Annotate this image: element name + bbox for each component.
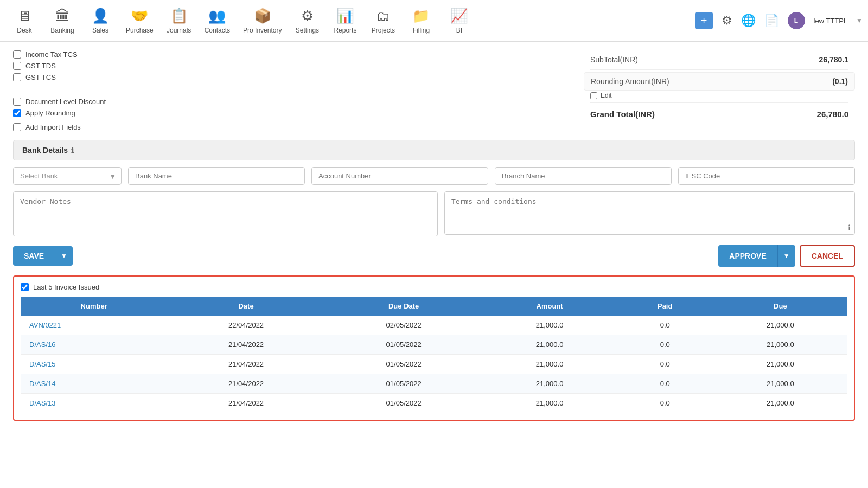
invoice-header-row: Last 5 Invoice Issued [21,283,847,291]
right-buttons: APPROVE ▼ CANCEL [718,245,855,267]
doc-discount-label: Document Level Discount [25,98,106,106]
nav-item-banking[interactable]: 🏛Banking [43,3,81,38]
col-date: Date [167,297,325,316]
invoice-paid-cell: 0.0 [617,374,713,394]
add-import-checkbox[interactable] [13,123,21,131]
edit-rounding-checkbox[interactable] [590,92,597,99]
invoice-amount-cell: 21,000.0 [482,374,616,394]
invoice-section-title: Last 5 Invoice Issued [33,283,99,291]
doc-discount-row: Document Level Discount [13,98,584,106]
gst-tds-checkbox[interactable] [13,62,21,70]
bank-name-input[interactable] [128,167,305,185]
rounding-row: Rounding Amount(INR) (0.1) [584,72,855,91]
col-paid: Paid [617,297,713,316]
user-avatar[interactable]: L [788,12,805,29]
table-row: D/AS/14 21/04/2022 01/05/2022 21,000.0 0… [21,374,847,394]
select-bank-wrapper: Select Bank ▼ [13,167,122,185]
invoice-amount-cell: 21,000.0 [482,316,616,335]
nav-item-purchase[interactable]: 🤝Purchase [119,3,160,38]
banking-label: Banking [50,27,74,34]
select-bank-dropdown[interactable]: Select Bank [13,167,122,185]
settings-icon: ⚙ [301,8,314,24]
nav-item-projects[interactable]: 🗂Projects [364,3,402,38]
invoice-section: Last 5 Invoice Issued Number Date Due Da… [13,275,855,421]
terms-textarea[interactable] [444,191,855,235]
nav-item-contacts[interactable]: 👥Contacts [198,3,237,38]
nav-item-sales[interactable]: 👤Sales [81,3,119,38]
invoice-due-cell: 21,000.0 [713,374,847,394]
gst-tcs-checkbox[interactable] [13,73,21,81]
nav-item-bi[interactable]: 📈BI [440,3,478,38]
totals-section: SubTotal(INR) 26,780.1 Rounding Amount(I… [584,52,855,123]
save-dropdown-button[interactable]: ▼ [55,246,73,266]
invoice-due-date-cell: 01/05/2022 [325,355,483,374]
cancel-button[interactable]: CANCEL [800,245,855,267]
bank-fields-row: Select Bank ▼ [13,167,855,185]
vendor-notes-textarea[interactable] [13,191,438,236]
projects-icon: 🗂 [376,8,390,24]
settings-label: Settings [296,27,319,34]
invoice-date-cell: 22/04/2022 [167,316,325,335]
nav-item-journals[interactable]: 📋Journals [160,3,198,38]
last-5-invoice-checkbox[interactable] [21,283,29,291]
subtotal-row: SubTotal(INR) 26,780.1 [584,52,855,67]
settings-icon[interactable]: ⚙ [722,14,732,28]
bank-details-info-icon[interactable]: ℹ [71,146,74,155]
invoice-number-cell[interactable]: AVN/0221 [21,316,167,335]
nav-item-pro_inventory[interactable]: 📦Pro Inventory [237,3,288,38]
add-import-row: Add Import Fields [13,123,855,131]
pro_inventory-label: Pro Inventory [243,27,282,34]
journals-label: Journals [167,27,191,34]
doc-discount-checkbox[interactable] [13,98,21,106]
nav-item-settings[interactable]: ⚙Settings [288,3,326,38]
income-tax-tcs-label: Income Tax TCS [25,50,78,59]
invoice-date-cell: 21/04/2022 [167,394,325,413]
reports-label: Reports [334,27,356,34]
network-icon[interactable]: 🌐 [741,14,756,28]
approve-dropdown-button[interactable]: ▼ [777,245,795,267]
apply-rounding-checkbox[interactable] [13,109,21,117]
sales-icon: 👤 [92,8,109,24]
apply-rounding-label: Apply Rounding [25,109,75,117]
invoice-amount-cell: 21,000.0 [482,335,616,355]
ifsc-code-input[interactable] [678,167,855,185]
add-button[interactable]: + [695,12,713,29]
table-row: D/AS/15 21/04/2022 01/05/2022 21,000.0 0… [21,355,847,374]
invoice-number-cell[interactable]: D/AS/15 [21,355,167,374]
rounding-label: Rounding Amount(INR) [591,77,669,86]
invoice-amount-cell: 21,000.0 [482,394,616,413]
invoice-due-date-cell: 01/05/2022 [325,394,483,413]
nav-item-reports[interactable]: 📊Reports [326,3,364,38]
desk-label: Desk [17,27,31,34]
nav-item-filling[interactable]: 📁Filling [402,3,440,38]
filling-label: Filling [413,27,430,34]
nav-item-desk[interactable]: 🖥Desk [5,3,43,38]
import-fields-section: Add Import Fields [13,123,855,131]
invoice-number-cell[interactable]: D/AS/16 [21,335,167,355]
income-tax-tcs-checkbox[interactable] [13,50,21,59]
account-number-input[interactable] [311,167,488,185]
invoice-date-cell: 21/04/2022 [167,355,325,374]
projects-label: Projects [372,27,395,34]
user-label[interactable]: lew TTTPL [814,17,848,25]
invoice-paid-cell: 0.0 [617,316,713,335]
terms-info-icon[interactable]: ℹ [848,223,851,232]
buttons-row: SAVE ▼ APPROVE ▼ CANCEL [13,245,855,267]
invoice-number-cell[interactable]: D/AS/14 [21,374,167,394]
grand-total-row: Grand Total(INR) 26,780.0 [584,105,855,123]
approve-button[interactable]: APPROVE [718,245,777,267]
terms-wrapper: ℹ [444,191,855,236]
table-header-row: Number Date Due Date Amount Paid Due [21,297,847,316]
user-dropdown-icon[interactable]: ▼ [856,17,863,24]
branch-name-input[interactable] [495,167,672,185]
bi-icon: 📈 [450,8,468,24]
save-button[interactable]: SAVE [13,246,55,266]
bi-label: BI [456,27,462,34]
document-icon[interactable]: 📄 [764,14,779,28]
journals-icon: 📋 [170,8,188,24]
contacts-label: Contacts [205,27,230,34]
invoice-number-cell[interactable]: D/AS/13 [21,394,167,413]
rounding-value: (0.1) [832,77,848,86]
invoice-due-cell: 21,000.0 [713,394,847,413]
purchase-label: Purchase [126,27,154,34]
